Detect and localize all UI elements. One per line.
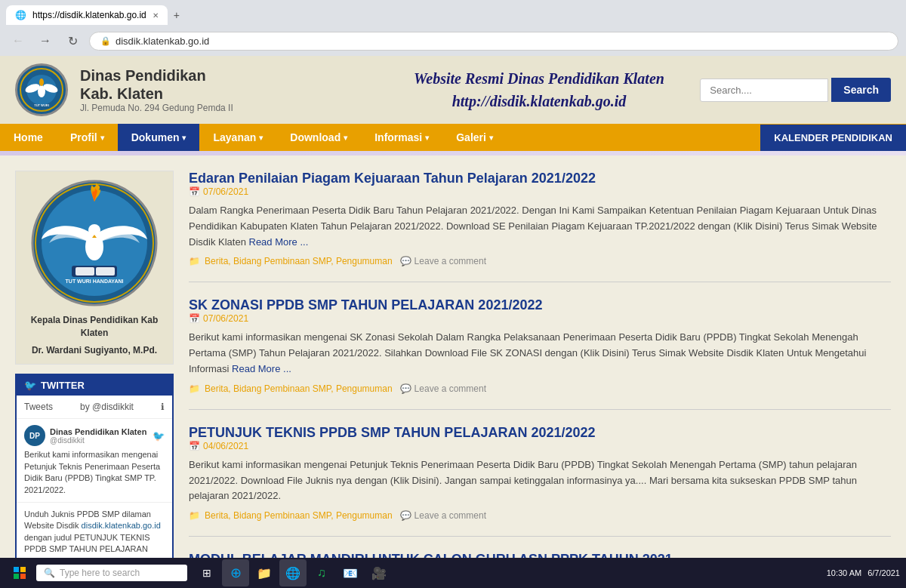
taskbar-right-area: 10:30 AM 6/7/2021 bbox=[827, 568, 900, 577]
nav-informasi-label: Informasi bbox=[374, 131, 422, 143]
spotify-icon: ♫ bbox=[317, 566, 326, 580]
nav-home[interactable]: Home bbox=[0, 124, 57, 151]
taskbar: 🔍 Type here to search ⊞ ⊕ 📁 🌐 ♫ 📧 🎥 10:3… bbox=[0, 558, 906, 588]
twitter-info-icon[interactable]: ℹ bbox=[161, 402, 165, 412]
layanan-arrow-icon: ▾ bbox=[259, 134, 263, 142]
tweet-handle: @disdikkit bbox=[50, 436, 146, 445]
main-navigation: Home Profil ▾ Dokumen ▾ Layanan ▾ Downlo… bbox=[0, 124, 906, 151]
nav-profil[interactable]: Profil ▾ bbox=[57, 124, 118, 151]
taskbar-time: 10:30 AM bbox=[827, 568, 861, 577]
calendar-icon-2: 📅 bbox=[189, 313, 200, 324]
site-tagline: Website Resmi Dinas Pendidikan Klaten ht… bbox=[390, 67, 689, 112]
tweet-item-1: DP Dinas Pendidikan Klaten @disdikkit 🐦 … bbox=[17, 419, 172, 503]
twitter-content: Tweets by @disdikkit ℹ DP Dinas Pendidik… bbox=[17, 396, 172, 585]
galeri-arrow-icon: ▾ bbox=[489, 134, 493, 142]
svg-rect-11 bbox=[76, 267, 94, 276]
article-3-tags: 📁 Berita, Bidang Pembinaan SMP, Pengumum… bbox=[189, 510, 891, 521]
taskbar-start-button[interactable] bbox=[6, 559, 33, 586]
nav-download-label: Download bbox=[290, 131, 341, 143]
tweet-avatar: DP bbox=[24, 425, 45, 446]
svg-text:TUT WURI HANDAYANI: TUT WURI HANDAYANI bbox=[66, 279, 124, 284]
new-tab-button[interactable]: + bbox=[168, 5, 186, 26]
taskbar-app6-button[interactable]: 🎥 bbox=[365, 559, 393, 586]
taskbar-spotify-button[interactable]: ♫ bbox=[308, 559, 335, 586]
article-1-title[interactable]: Edaran Penilaian Piagam Kejuaraan Tahun … bbox=[189, 171, 596, 186]
comment-icon: 💬 bbox=[400, 256, 411, 266]
svg-rect-12 bbox=[96, 267, 115, 276]
tab-close-button[interactable]: ✕ bbox=[153, 11, 159, 20]
taskbar-app5-button[interactable]: 📧 bbox=[337, 559, 364, 586]
article-2-title[interactable]: SK ZONASI PPDB SMP TAHUN PELAJARAN 2021/… bbox=[189, 297, 542, 312]
folder-icon: 📁 bbox=[189, 256, 200, 266]
article-2-body: Berikut kami informasikan mengenai SK Zo… bbox=[189, 330, 891, 377]
article-3-comment[interactable]: 💬 Leave a comment bbox=[400, 510, 486, 521]
svg-point-5 bbox=[39, 79, 44, 86]
nav-dokumen[interactable]: Dokumen ▾ bbox=[118, 124, 200, 151]
search-button[interactable]: Search bbox=[831, 78, 891, 102]
back-button[interactable]: ← bbox=[8, 30, 29, 51]
site-name-line1: Dinas Pendidikan bbox=[80, 66, 378, 85]
forward-button[interactable]: → bbox=[35, 30, 56, 51]
active-tab[interactable]: 🌐 https://disdik.klatenkab.go.id ✕ bbox=[6, 5, 168, 25]
svg-rect-19 bbox=[20, 574, 26, 579]
search-icon: 🔍 bbox=[44, 568, 55, 578]
refresh-button[interactable]: ↻ bbox=[62, 30, 83, 51]
dokumen-arrow-icon: ▾ bbox=[182, 134, 186, 142]
taskbar-search-box[interactable]: 🔍 Type here to search bbox=[36, 565, 187, 581]
nav-informasi[interactable]: Informasi ▾ bbox=[361, 124, 442, 151]
folder-icon-3: 📁 bbox=[189, 510, 200, 521]
svg-point-14 bbox=[88, 224, 100, 236]
article-3-title[interactable]: PETUNJUK TEKNIS PPDB SMP TAHUN PELAJARAN… bbox=[189, 425, 595, 440]
twitter-box: 🐦 TWITTER Tweets by @disdikkit ℹ DP Dina… bbox=[15, 374, 174, 586]
tweet-follow-icon[interactable]: 🐦 bbox=[153, 430, 165, 442]
twitter-header: 🐦 TWITTER bbox=[17, 375, 172, 396]
article-3-date: 📅 04/06/2021 bbox=[189, 441, 891, 451]
sidebar-logo-svg: TUT WURI HANDAYANI bbox=[30, 179, 159, 307]
comment-icon-3: 💬 bbox=[400, 510, 411, 521]
svg-point-4 bbox=[38, 85, 45, 97]
article-3-body: Berikut kami informasikan mengenai Petun… bbox=[189, 457, 891, 504]
chrome-icon: 🌐 bbox=[285, 566, 300, 580]
svg-rect-18 bbox=[14, 574, 19, 579]
lock-icon: 🔒 bbox=[100, 36, 111, 46]
tab-bar: 🌐 https://disdik.klatenkab.go.id ✕ + bbox=[0, 0, 906, 26]
sidebar: TUT WURI HANDAYANI Kepala Dinas Pendidik… bbox=[15, 171, 174, 588]
article-3: PETUNJUK TEKNIS PPDB SMP TAHUN PELAJARAN… bbox=[189, 425, 891, 537]
article-1: Edaran Penilaian Piagam Kejuaraan Tahun … bbox=[189, 171, 891, 282]
article-2-tags: 📁 Berita, Bidang Pembinaan SMP, Pengumum… bbox=[189, 383, 891, 394]
taskbar-chrome-button[interactable]: 🌐 bbox=[279, 559, 307, 586]
calendar-icon-3: 📅 bbox=[189, 441, 200, 451]
article-2: SK ZONASI PPDB SMP TAHUN PELAJARAN 2021/… bbox=[189, 297, 891, 409]
profil-arrow-icon: ▾ bbox=[100, 134, 104, 142]
nav-calendar[interactable]: KALENDER PENDIDIKAN bbox=[760, 125, 906, 151]
article-1-date: 📅 07/06/2021 bbox=[189, 186, 891, 197]
site-title-area: Dinas Pendidikan Kab. Klaten Jl. Pemuda … bbox=[80, 66, 378, 113]
article-1-read-more[interactable]: Read More ... bbox=[249, 236, 309, 248]
taskbar-edge-button[interactable]: ⊕ bbox=[222, 559, 249, 586]
article-2-comment[interactable]: 💬 Leave a comment bbox=[400, 383, 486, 394]
taskbar-explorer-button[interactable]: 📁 bbox=[251, 559, 278, 586]
tagline-line1: Website Resmi Dinas Pendidikan Klaten bbox=[390, 67, 689, 90]
comment-icon-2: 💬 bbox=[400, 383, 411, 394]
taskbar-task-view-button[interactable]: ⊞ bbox=[193, 559, 220, 586]
nav-galeri[interactable]: Galeri ▾ bbox=[442, 124, 507, 151]
tweets-by: by @disdikkit bbox=[80, 402, 134, 412]
taskbar-search-text: Type here to search bbox=[60, 568, 140, 578]
article-1-comment[interactable]: 💬 Leave a comment bbox=[400, 256, 486, 266]
article-2-read-more[interactable]: Read More ... bbox=[232, 363, 291, 374]
search-input[interactable] bbox=[700, 79, 828, 102]
tweet-link[interactable]: disdik.klatenkab.go.id bbox=[82, 521, 161, 530]
informasi-arrow-icon: ▾ bbox=[425, 134, 429, 142]
folder-icon-2: 📁 bbox=[189, 383, 200, 394]
url-text: disdik.klatenkab.go.id bbox=[116, 35, 209, 47]
task-view-icon: ⊞ bbox=[202, 567, 211, 579]
website: TUT WURI Dinas Pendidikan Kab. Klaten Jl… bbox=[0, 56, 906, 588]
calendar-icon: 📅 bbox=[189, 186, 200, 197]
nav-layanan[interactable]: Layanan ▾ bbox=[199, 124, 276, 151]
nav-download[interactable]: Download ▾ bbox=[276, 124, 361, 151]
browser-nav-bar: ← → ↻ 🔒 disdik.klatenkab.go.id bbox=[0, 26, 906, 56]
tweet-user-info: Dinas Pendidikan Klaten @disdikkit bbox=[50, 427, 146, 445]
address-bar[interactable]: 🔒 disdik.klatenkab.go.id bbox=[89, 32, 898, 51]
article-1-tags: 📁 Berita, Bidang Pembinaan SMP, Pengumum… bbox=[189, 256, 891, 266]
taskbar-date: 6/7/2021 bbox=[867, 568, 900, 577]
